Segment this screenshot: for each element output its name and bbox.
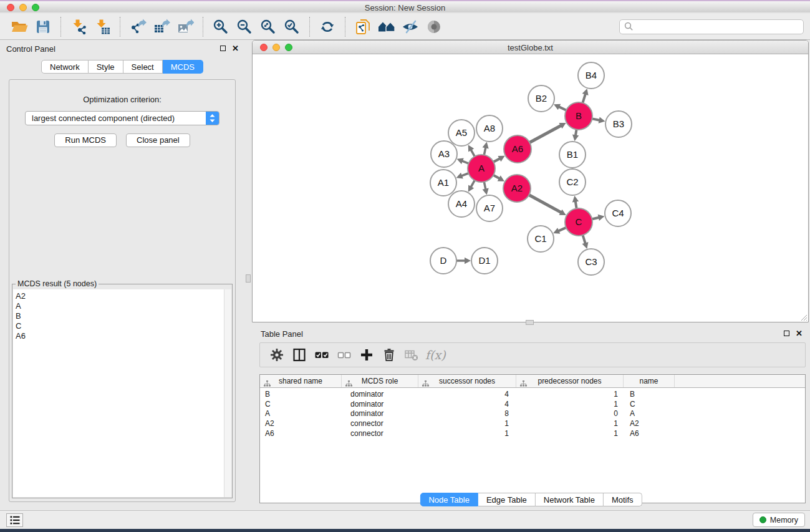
tab-motifs[interactable]: Motifs [604, 493, 642, 506]
global-search-field[interactable] [619, 19, 804, 34]
column-header-predecessor-nodes[interactable]: predecessor nodes [516, 375, 624, 387]
mcds-result-item[interactable]: A6 [13, 331, 231, 341]
table-cell[interactable]: A [260, 409, 342, 419]
zoom-out-button[interactable] [233, 16, 256, 37]
table-cell[interactable]: A [624, 409, 675, 419]
table-settings-button[interactable] [266, 344, 288, 365]
table-cell[interactable]: dominator [342, 400, 418, 410]
table-cell[interactable]: A2 [260, 419, 342, 429]
tab-mcds[interactable]: MCDS [163, 60, 203, 74]
table-cell[interactable]: dominator [342, 390, 418, 400]
tab-node-table[interactable]: Node Table [420, 493, 478, 506]
zoom-selected-button[interactable] [280, 16, 304, 37]
table-row[interactable]: A2connector11A2 [260, 419, 805, 429]
import-table-button[interactable] [90, 16, 114, 37]
show-checked-columns-button[interactable] [311, 344, 333, 365]
table-cell[interactable]: 4 [418, 390, 516, 400]
graph-node-label-C4: C4 [612, 208, 624, 218]
column-header-shared-name[interactable]: shared name [260, 375, 342, 387]
table-cell[interactable]: A6 [624, 429, 675, 439]
table-cell[interactable]: A2 [624, 419, 675, 429]
network-window-titlebar[interactable]: testGlobe.txt [253, 41, 808, 54]
table-cell[interactable]: A6 [260, 429, 342, 439]
table-row[interactable]: Adominator80A [260, 409, 805, 419]
table-cell[interactable]: 4 [418, 400, 516, 410]
table-cell[interactable]: connector [342, 429, 418, 439]
show-graphics-details-button[interactable] [422, 16, 446, 37]
resize-grip-icon[interactable] [799, 312, 808, 321]
mcds-result-item[interactable]: A2 [13, 291, 231, 301]
mcds-result-item[interactable]: B [13, 311, 231, 321]
graph-edge-A-A5[interactable] [471, 149, 475, 157]
vertical-splitter-handle[interactable] [246, 274, 251, 283]
memory-button[interactable]: Memory [753, 513, 805, 527]
mcds-result-item[interactable]: C [13, 321, 231, 331]
zoom-in-button[interactable] [209, 16, 233, 37]
float-panel-icon[interactable] [220, 46, 226, 51]
table-cell[interactable]: B [260, 390, 342, 400]
close-panel-icon[interactable]: ✕ [232, 45, 239, 52]
criterion-dropdown[interactable]: largest connected component (directed) [25, 111, 219, 125]
graph-edge-A-A4[interactable] [471, 180, 475, 188]
graph-edge-C-C3[interactable] [583, 235, 586, 244]
function-builder-button[interactable]: f(x) [425, 348, 446, 362]
graph-edge-C-C1[interactable] [557, 228, 566, 231]
zoom-fit-button[interactable] [256, 16, 280, 37]
save-session-button[interactable] [31, 16, 55, 37]
column-header-mcds-role[interactable]: MCDS role [342, 375, 418, 387]
table-row[interactable]: A6connector11A6 [260, 429, 805, 439]
run-mcds-button[interactable]: Run MCDS [54, 133, 117, 147]
duplicate-network-button[interactable] [351, 16, 375, 37]
table-cell[interactable]: 1 [516, 419, 624, 429]
network-canvas[interactable]: B4B2BB3A5A8A6A3B1AA1C2A2A4A7C4CC1DD1C3 [253, 55, 808, 322]
tab-select[interactable]: Select [123, 60, 163, 74]
first-neighbors-button[interactable] [375, 16, 398, 37]
float-table-panel-icon[interactable] [784, 331, 789, 336]
import-network-button[interactable] [67, 16, 90, 37]
horizontal-splitter-handle[interactable] [526, 320, 534, 325]
delete-table-button[interactable] [400, 344, 423, 365]
column-header-successor-nodes[interactable]: successor nodes [418, 375, 516, 387]
table-cell[interactable]: dominator [342, 409, 418, 419]
export-image-button[interactable] [173, 16, 197, 37]
add-column-button[interactable] [355, 344, 378, 365]
table-cell[interactable]: 1 [516, 429, 624, 439]
graph-edge-B-B4[interactable] [582, 94, 586, 103]
table-cell[interactable]: 0 [516, 409, 624, 419]
graph-edge-A2-C[interactable] [529, 195, 561, 213]
unchecked-boxes-icon [337, 347, 352, 362]
table-cell[interactable]: 1 [418, 429, 516, 439]
search-input[interactable] [636, 21, 803, 33]
export-table-button[interactable] [150, 16, 173, 37]
tab-style[interactable]: Style [89, 60, 123, 74]
graph-edge-A6-B[interactable] [529, 125, 561, 143]
split-view-button[interactable] [288, 344, 311, 365]
mcds-result-item[interactable]: A [13, 301, 231, 311]
hide-unchecked-columns-button[interactable] [333, 344, 355, 365]
close-table-panel-icon[interactable]: ✕ [796, 330, 803, 337]
table-cell[interactable]: 1 [418, 419, 516, 429]
table-cell[interactable]: C [624, 400, 675, 410]
tab-network[interactable]: Network [41, 60, 89, 74]
task-history-button[interactable] [6, 513, 23, 527]
tab-edge-table[interactable]: Edge Table [478, 493, 536, 506]
result-scrollbar[interactable] [224, 289, 231, 497]
table-cell[interactable]: connector [342, 419, 418, 429]
column-header-name[interactable]: name [624, 375, 675, 387]
close-panel-button[interactable]: Close panel [126, 133, 190, 147]
hide-selected-button[interactable] [398, 16, 422, 37]
refresh-view-button[interactable] [316, 16, 339, 37]
table-cell[interactable]: B [624, 390, 675, 400]
tab-network-table[interactable]: Network Table [536, 493, 604, 506]
delete-column-button[interactable] [378, 344, 400, 365]
table-cell[interactable]: 1 [516, 400, 624, 410]
mcds-result-list[interactable]: A2ABCA6 [13, 289, 231, 497]
table-row[interactable]: Bdominator41B [260, 390, 805, 400]
table-cell[interactable]: 8 [418, 409, 516, 419]
graph-edge-B-B2[interactable] [558, 107, 566, 110]
table-cell[interactable]: 1 [516, 390, 624, 400]
open-session-button[interactable] [7, 16, 31, 37]
table-row[interactable]: Cdominator41C [260, 400, 805, 410]
export-network-button[interactable] [126, 16, 150, 37]
table-cell[interactable]: C [260, 400, 342, 410]
